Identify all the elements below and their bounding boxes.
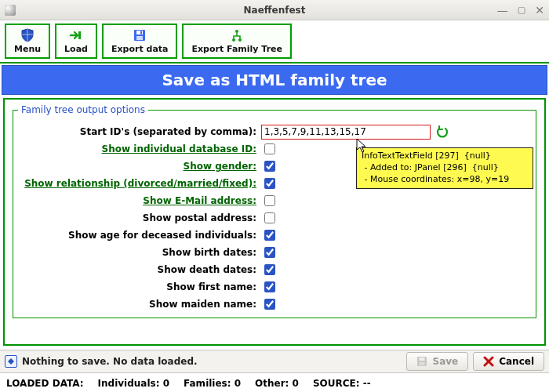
option-checkbox[interactable]	[264, 178, 275, 189]
option-checkbox[interactable]	[264, 230, 275, 241]
window-minimize-button[interactable]: —	[497, 4, 508, 16]
menu-button[interactable]: Menu	[5, 24, 50, 59]
option-checkbox[interactable]	[264, 281, 275, 292]
export-family-tree-button[interactable]: Export Family Tree	[182, 24, 292, 59]
menu-label: Menu	[14, 44, 41, 54]
option-checkbox[interactable]	[264, 299, 275, 310]
option-checkbox[interactable]	[264, 161, 275, 172]
window-close-button[interactable]: ✕	[535, 4, 544, 16]
option-checkbox[interactable]	[264, 264, 275, 275]
load-button[interactable]: Load	[55, 24, 97, 59]
svg-rect-4	[140, 31, 142, 34]
cancel-icon	[483, 356, 494, 367]
option-label: Show age for deceased individuals:	[18, 230, 261, 241]
option-row: Show birth dates:	[18, 244, 531, 261]
undo-icon[interactable]	[435, 125, 449, 139]
option-checkbox[interactable]	[264, 212, 275, 223]
svg-point-6	[232, 38, 235, 42]
option-label[interactable]: Show relationship (divorced/married/fixe…	[18, 178, 261, 189]
save-label: Save	[432, 356, 458, 367]
option-label: Show first name:	[18, 281, 261, 292]
footer-individuals: Individuals: 0	[98, 378, 169, 389]
debug-tooltip: InfoTextTextField [297] {null} - Added t…	[356, 147, 533, 189]
svg-point-7	[238, 38, 242, 42]
floppy-disk-icon	[416, 356, 427, 367]
start-ids-label: Start ID's (separated by comma):	[18, 126, 261, 137]
svg-rect-9	[420, 358, 425, 361]
main-toolbar: Menu Load Export data Export Family Tree	[0, 20, 549, 64]
arrow-right-icon	[69, 28, 83, 42]
page-title: Save as HTML family tree	[2, 65, 547, 95]
app-icon	[5, 5, 16, 16]
floppy-disk-icon	[133, 28, 147, 42]
cancel-button[interactable]: Cancel	[473, 352, 544, 371]
option-checkbox[interactable]	[264, 195, 275, 206]
shield-icon	[20, 28, 35, 42]
options-legend: Family tree output options	[18, 104, 148, 115]
footer-loaded: LOADED DATA:	[6, 378, 84, 389]
cancel-label: Cancel	[499, 356, 534, 367]
window-maximize-button[interactable]: ▢	[518, 5, 525, 15]
window-titlebar: Naeffenfest — ▢ ✕	[0, 0, 549, 20]
family-tree-icon	[230, 28, 244, 42]
footer-bar: LOADED DATA: Individuals: 0 Families: 0 …	[0, 375, 549, 392]
footer-families: Families: 0	[184, 378, 241, 389]
svg-rect-0	[78, 31, 81, 39]
svg-point-5	[235, 30, 238, 33]
option-checkbox[interactable]	[264, 247, 275, 258]
status-text: Nothing to save. No data loaded.	[22, 356, 198, 367]
option-row: Show E-Mail address:	[18, 192, 531, 209]
option-row: Show age for deceased individuals:	[18, 227, 531, 244]
export-data-button[interactable]: Export data	[102, 24, 178, 59]
option-row: Show first name:	[18, 278, 531, 296]
footer-source: SOURCE: --	[313, 378, 371, 389]
option-label[interactable]: Show individual database ID:	[18, 143, 261, 154]
status-bar: Nothing to save. No data loaded. Save Ca…	[0, 350, 549, 373]
window-title: Naeffenfest	[0, 5, 549, 16]
start-ids-input[interactable]	[261, 125, 431, 140]
option-row: Show maiden name:	[18, 296, 531, 313]
option-row: Show death dates:	[18, 261, 531, 278]
option-label: Show postal address:	[18, 212, 261, 223]
option-checkbox[interactable]	[264, 143, 275, 154]
footer-other: Other: 0	[255, 378, 299, 389]
info-icon	[5, 355, 17, 368]
option-label: Show death dates:	[18, 264, 261, 275]
option-label[interactable]: Show E-Mail address:	[18, 195, 261, 206]
option-row: Show postal address:	[18, 209, 531, 227]
svg-rect-10	[420, 362, 425, 365]
export-family-tree-label: Export Family Tree	[191, 44, 282, 54]
options-panel: Family tree output options Start ID's (s…	[3, 98, 546, 346]
row-start-ids: Start ID's (separated by comma):	[18, 123, 531, 140]
options-fieldset: Family tree output options Start ID's (s…	[13, 104, 536, 318]
save-button: Save	[406, 352, 468, 371]
load-label: Load	[64, 44, 88, 54]
option-label: Show maiden name:	[18, 299, 261, 310]
option-label[interactable]: Show gender:	[18, 161, 261, 172]
export-data-label: Export data	[111, 44, 169, 54]
svg-rect-3	[136, 36, 143, 40]
option-label: Show birth dates:	[18, 247, 261, 258]
